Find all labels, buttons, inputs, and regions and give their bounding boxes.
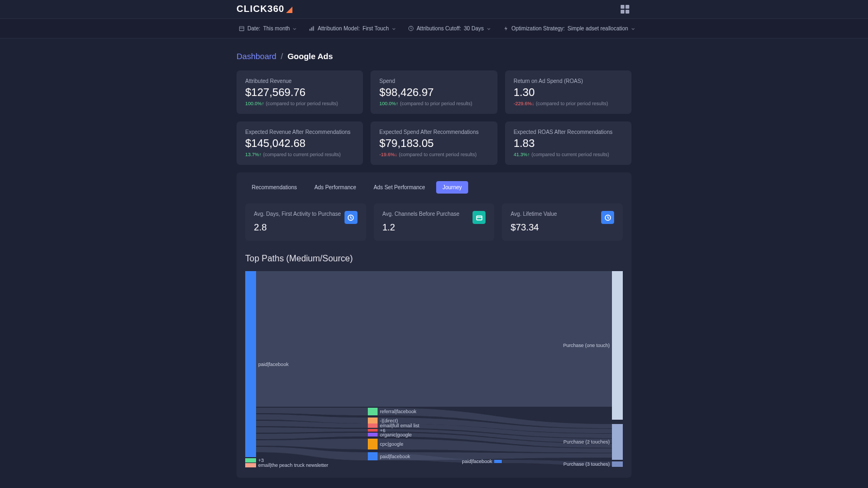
tab-journey[interactable]: Journey [436,181,469,194]
metric-delta: 13.7%↑(compared to current period result… [245,152,354,157]
metric-delta: 100.0%↑(compared to prior period results… [245,101,354,106]
svg-rect-2 [310,29,311,30]
sankey-node [612,461,623,467]
clock-icon [408,25,414,31]
metric-delta: -19.6%↓(compared to current period resul… [379,152,488,157]
dashboard-grid-icon[interactable] [621,5,629,14]
metric-value: 1.30 [514,86,623,99]
filter-cutoff[interactable]: Attributions Cutoff: 30 Days [408,25,491,31]
sankey-node-label: Purchase (2 touches) [563,439,610,445]
metric-card: Attributed Revenue $127,569.76 100.0%↑(c… [237,70,363,114]
logo-text: CLICK360 [237,4,284,15]
breadcrumb-current: Google Ads [288,52,333,61]
filter-strategy[interactable]: Optimization Strategy: Simple adset real… [503,25,635,31]
svg-rect-0 [239,27,244,31]
sankey-node [494,460,502,463]
bars-icon [309,25,315,31]
tabs: RecommendationsAds PerformanceAds Set Pe… [245,181,623,194]
sankey-node [368,452,378,460]
metric-label: Attributed Revenue [245,78,354,84]
app-logo: CLICK360 ◢ [237,4,293,15]
sankey-node [245,463,256,467]
metrics-grid: Attributed Revenue $127,569.76 100.0%↑(c… [237,70,631,165]
sankey-node-label: paid|facebook [258,362,289,367]
metric-label: Expected Revenue After Recommendations [245,129,354,135]
metric-value: $79,183.05 [379,137,488,150]
content-panel: RecommendationsAds PerformanceAds Set Pe… [237,172,631,478]
journey-card: Avg. Days, First Activity to Purchase 2.… [245,203,366,241]
bolt-icon [503,25,509,31]
breadcrumb: Dashboard / Google Ads [237,52,631,61]
journey-metrics: Avg. Days, First Activity to Purchase 2.… [245,203,623,241]
clock-icon [344,211,358,224]
metric-card: Expected Revenue After Recommendations $… [237,121,363,165]
metric-delta: -229.6%↓(compared to prior period result… [514,101,623,106]
sankey-node-label: email|full email list [380,423,419,428]
filter-attribution-model[interactable]: Attribution Model: First Touch [309,25,396,31]
metric-value: $98,426.97 [379,86,488,99]
sankey-node-label: -|(direct) [380,418,398,423]
metric-label: Return on Ad Spend (ROAS) [514,78,623,84]
tab-ads-performance[interactable]: Ads Performance [308,181,362,194]
metric-value: $145,042.68 [245,137,354,150]
chevron-down-icon [487,27,491,31]
journey-label: Avg. Channels Before Purchase [382,211,459,217]
metric-card: Return on Ad Spend (ROAS) 1.30 -229.6%↓(… [505,70,631,114]
tab-recommendations[interactable]: Recommendations [245,181,303,194]
chevron-down-icon [631,27,635,31]
journey-card: Avg. Lifetime Value $73.34 [502,203,623,241]
sankey-node-label: organic|google [380,432,412,438]
metric-label: Expected ROAS After Recommendations [514,129,623,135]
metric-delta: 100.0%↑(compared to prior period results… [379,101,488,106]
sankey-node [368,423,378,428]
sankey-node [612,424,623,460]
chevron-down-icon [292,27,297,31]
svg-rect-7 [476,216,482,220]
journey-label: Avg. Days, First Activity to Purchase [254,211,341,217]
journey-value: 1.2 [382,222,459,233]
filter-bar: Date: This month Attribution Model: Firs… [0,18,868,38]
sankey-node [368,433,378,436]
logo-accent-icon: ◢ [286,5,293,14]
sankey-node [368,418,378,423]
window-icon [473,211,486,224]
calendar-icon [239,25,245,31]
sankey-node [368,408,378,415]
sankey-node-label: paid|facebook [380,454,410,459]
chevron-down-icon [392,27,396,31]
sankey-node [245,271,256,457]
sankey-node-label: Purchase (3 touches) [563,461,610,467]
metric-card: Spend $98,426.97 100.0%↑(compared to pri… [371,70,497,114]
sankey-node-label: cpc|google [380,441,403,447]
sankey-node-label: paid|facebook [462,459,492,464]
journey-value: $73.34 [510,222,557,233]
journey-card: Avg. Channels Before Purchase 1.2 [374,203,495,241]
filter-date[interactable]: Date: This month [239,25,297,31]
sankey-node-label: email|the peach truck newsletter [258,463,328,468]
clock-icon [601,211,614,224]
metric-delta: 41.3%↑(compared to current period result… [514,152,623,157]
sankey-node [612,271,623,420]
svg-rect-4 [313,26,314,30]
sankey-node-label: Purchase (one touch) [563,343,610,348]
journey-label: Avg. Lifetime Value [510,211,557,217]
sankey-node [368,439,378,450]
metric-label: Spend [379,78,488,84]
metric-value: 1.83 [514,137,623,150]
metric-card: Expected Spend After Recommendations $79… [371,121,497,165]
svg-rect-3 [311,27,312,30]
tab-ads-set-performance[interactable]: Ads Set Performance [367,181,432,194]
breadcrumb-parent[interactable]: Dashboard [237,52,276,61]
metric-value: $127,569.76 [245,86,354,99]
metric-card: Expected ROAS After Recommendations 1.83… [505,121,631,165]
journey-value: 2.8 [254,222,341,233]
sankey-node [245,458,256,463]
section-title: Top Paths (Medium/Source) [245,254,623,264]
sankey-node [368,429,378,432]
metric-label: Expected Spend After Recommendations [379,129,488,135]
sankey-chart: paid|facebook+3email|the peach truck new… [245,271,623,469]
sankey-node-label: referral|facebook [380,409,416,414]
